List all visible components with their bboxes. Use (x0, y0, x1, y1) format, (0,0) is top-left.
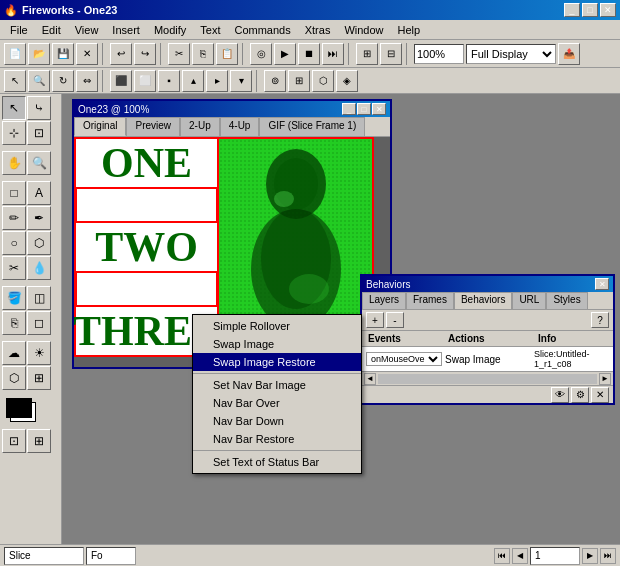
crop-tool[interactable]: ⊡ (27, 121, 51, 145)
circle-btn[interactable]: ◎ (250, 43, 272, 65)
menu-file[interactable]: File (4, 23, 34, 37)
select-tool[interactable]: ↖ (2, 96, 26, 120)
pencil-tool[interactable]: ✏ (2, 206, 26, 230)
minimize-button[interactable]: _ (564, 3, 580, 17)
new-button[interactable]: 📄 (4, 43, 26, 65)
behaviors-close[interactable]: ✕ (595, 278, 609, 290)
paint-bucket-tool[interactable]: 🪣 (2, 286, 26, 310)
ctx-simple-rollover[interactable]: Simple Rollover (193, 317, 361, 335)
menu-text[interactable]: Text (194, 23, 226, 37)
rubber-stamp-tool[interactable]: ⎘ (2, 311, 26, 335)
subselect-tool[interactable]: ⤷ (27, 96, 51, 120)
hotspot-tool[interactable]: ⬡ (2, 366, 26, 390)
polygon-tool[interactable]: ⬡ (27, 231, 51, 255)
align-right[interactable]: ▪ (158, 70, 180, 92)
align-left[interactable]: ⬛ (110, 70, 132, 92)
tab-preview[interactable]: Preview (126, 117, 180, 136)
align-top[interactable]: ▴ (182, 70, 204, 92)
menu-insert[interactable]: Insert (106, 23, 146, 37)
ctx-set-nav-bar[interactable]: Set Nav Bar Image (193, 376, 361, 394)
undo-button[interactable]: ↩ (110, 43, 132, 65)
footer-btn3[interactable]: ✕ (591, 387, 609, 403)
behaviors-add-button[interactable]: + (366, 312, 384, 328)
display-mode-select[interactable]: Full Display Fast Display (466, 44, 556, 64)
snap-button[interactable]: ⊞ (356, 43, 378, 65)
behaviors-help-button[interactable]: ? (591, 312, 609, 328)
close-button[interactable]: ✕ (600, 3, 616, 17)
knife-tool[interactable]: ✂ (2, 256, 26, 280)
stroke-color[interactable] (6, 398, 32, 418)
stop-button[interactable]: ⏹ (298, 43, 320, 65)
tab-url[interactable]: URL (512, 292, 546, 309)
nav-prev[interactable]: ◀ (512, 548, 528, 564)
tab-original[interactable]: Original (74, 117, 126, 136)
copy-button[interactable]: ⎘ (192, 43, 214, 65)
pan-tool[interactable]: ✋ (2, 151, 26, 175)
maximize-button[interactable]: □ (582, 3, 598, 17)
scroll-left[interactable]: ◄ (364, 373, 376, 385)
scroll-track[interactable] (378, 374, 597, 384)
footer-btn1[interactable]: 👁 (551, 387, 569, 403)
close-doc-button[interactable]: ✕ (76, 43, 98, 65)
pen-tool[interactable]: ✒ (27, 206, 51, 230)
ctx-swap-image-restore[interactable]: Swap Image Restore (193, 353, 361, 371)
nav-next[interactable]: ▶ (582, 548, 598, 564)
ctx-nav-bar-over[interactable]: Nav Bar Over (193, 394, 361, 412)
save-button[interactable]: 💾 (52, 43, 74, 65)
doc-maximize[interactable]: □ (357, 103, 371, 115)
open-button[interactable]: 📂 (28, 43, 50, 65)
dodge-tool[interactable]: ☀ (27, 341, 51, 365)
zoom-input[interactable] (414, 44, 464, 64)
view-btn2[interactable]: ⊞ (27, 429, 51, 453)
menu-xtras[interactable]: Xtras (299, 23, 337, 37)
ctx-nav-bar-restore[interactable]: Nav Bar Restore (193, 430, 361, 448)
align-middle[interactable]: ▸ (206, 70, 228, 92)
ctx-status-bar[interactable]: Set Text of Status Bar (193, 453, 361, 471)
menu-help[interactable]: Help (392, 23, 427, 37)
tab-behaviors[interactable]: Behaviors (454, 292, 512, 309)
tab-frames[interactable]: Frames (406, 292, 454, 309)
redo-button[interactable]: ↪ (134, 43, 156, 65)
ellipse-tool[interactable]: ○ (2, 231, 26, 255)
tab-2up[interactable]: 2-Up (180, 117, 220, 136)
ctx-swap-image[interactable]: Swap Image (193, 335, 361, 353)
pointer-tool[interactable]: ↖ (4, 70, 26, 92)
rotate-btn[interactable]: ↻ (52, 70, 74, 92)
doc-minimize[interactable]: _ (342, 103, 356, 115)
tab-4up[interactable]: 4-Up (220, 117, 260, 136)
tab-layers[interactable]: Layers (362, 292, 406, 309)
zoom-tool[interactable]: 🔍 (27, 151, 51, 175)
view-btn1[interactable]: ⊡ (2, 429, 26, 453)
footer-btn2[interactable]: ⚙ (571, 387, 589, 403)
tab-styles[interactable]: Styles (546, 292, 587, 309)
align-center[interactable]: ⬜ (134, 70, 156, 92)
behaviors-remove-button[interactable]: - (386, 312, 404, 328)
doc-close[interactable]: ✕ (372, 103, 386, 115)
gradient-tool[interactable]: ◫ (27, 286, 51, 310)
grid-button[interactable]: ⊟ (380, 43, 402, 65)
tab-gif[interactable]: GIF (Slice Frame 1) (259, 117, 365, 136)
nav-prev-start[interactable]: ⏮ (494, 548, 510, 564)
eraser-tool[interactable]: ◻ (27, 311, 51, 335)
btn-x2[interactable]: ◈ (336, 70, 358, 92)
scroll-right[interactable]: ► (599, 373, 611, 385)
paste-button[interactable]: 📋 (216, 43, 238, 65)
step-button[interactable]: ⏭ (322, 43, 344, 65)
btn-x1[interactable]: ⬡ (312, 70, 334, 92)
flip-h-btn[interactable]: ⇔ (76, 70, 98, 92)
event-dropdown[interactable]: onMouseOver onClick onMouseOut (366, 352, 442, 366)
menu-window[interactable]: Window (338, 23, 389, 37)
dropper-tool[interactable]: 💧 (27, 256, 51, 280)
menu-modify[interactable]: Modify (148, 23, 192, 37)
menu-view[interactable]: View (69, 23, 105, 37)
frame-btn[interactable]: ⊞ (288, 70, 310, 92)
ctx-nav-bar-down[interactable]: Nav Bar Down (193, 412, 361, 430)
menu-commands[interactable]: Commands (228, 23, 296, 37)
slice-tool[interactable]: ⊞ (27, 366, 51, 390)
scale-tool[interactable]: ⊹ (2, 121, 26, 145)
onion-btn[interactable]: ⊚ (264, 70, 286, 92)
zoom-tool2[interactable]: 🔍 (28, 70, 50, 92)
export-button[interactable]: 📤 (558, 43, 580, 65)
cut-button[interactable]: ✂ (168, 43, 190, 65)
nav-next-end[interactable]: ⏭ (600, 548, 616, 564)
